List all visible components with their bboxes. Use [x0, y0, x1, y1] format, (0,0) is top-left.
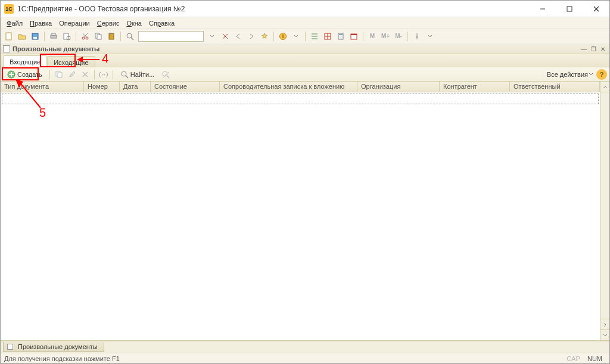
maximize-button[interactable] — [556, 1, 583, 17]
status-text: Для получения подсказки нажмите F1 — [4, 355, 563, 362]
search-input[interactable] — [138, 31, 204, 42]
menu-operations[interactable]: Операции — [55, 18, 93, 28]
copy-doc-icon[interactable] — [53, 69, 65, 80]
m-plus-icon[interactable]: М+ — [379, 30, 391, 42]
scroll-down-icon[interactable] — [600, 329, 609, 340]
svg-rect-6 — [33, 37, 37, 39]
window-title: 1С:Предприятие - ООО Тестовая организаци… — [17, 5, 529, 13]
tab-label: Входящие — [10, 58, 41, 66]
column-contractor[interactable]: Контрагент — [440, 82, 510, 92]
table-row-empty[interactable] — [2, 94, 599, 104]
separator — [44, 32, 45, 41]
grid-icon[interactable] — [322, 30, 334, 42]
preview-icon[interactable] — [61, 30, 73, 42]
column-org[interactable]: Организация — [357, 82, 440, 92]
close-button[interactable] — [583, 1, 609, 17]
m-icon[interactable]: М — [366, 30, 378, 42]
bottom-tab-bar: Произвольные документы — [1, 341, 609, 353]
help-button[interactable]: ? — [596, 69, 607, 80]
clear-icon[interactable] — [219, 30, 231, 42]
column-date[interactable]: Дата — [120, 82, 151, 92]
svg-rect-34 — [351, 34, 357, 35]
favorites-icon[interactable] — [259, 30, 270, 42]
svg-rect-8 — [52, 33, 55, 35]
menu-bar: Файл Правка Операции Сервис Окна Справка — [1, 17, 609, 29]
main-toolbar: i М М+ М- — [1, 29, 609, 43]
search-icon[interactable] — [124, 30, 136, 42]
calendar-icon[interactable] — [348, 30, 360, 42]
titlebar: 1C 1С:Предприятие - ООО Тестовая организ… — [1, 1, 609, 17]
table: Тип документа Номер Дата Состояние Сопро… — [1, 82, 609, 340]
column-state[interactable]: Состояние — [151, 82, 220, 92]
create-label: Создать — [17, 71, 42, 78]
open-icon[interactable] — [16, 30, 28, 42]
annotation-arrow-head-4 — [77, 57, 83, 63]
history-fwd-icon[interactable] — [245, 30, 257, 42]
column-responsible[interactable]: Ответственный — [510, 82, 600, 92]
delete-icon[interactable] — [79, 69, 91, 80]
calc-icon[interactable] — [335, 30, 347, 42]
all-actions-button[interactable]: Все действия — [547, 71, 594, 78]
pin-icon[interactable] — [411, 30, 423, 42]
tab-incoming[interactable]: Входящие — [3, 55, 47, 67]
print-icon[interactable] — [48, 30, 60, 42]
separator — [407, 32, 408, 41]
pin-dropdown-icon[interactable] — [424, 30, 436, 42]
clear-filter-icon[interactable] — [160, 69, 172, 80]
document-toolbar: Создать (↔) Найти... Все действия ? — [1, 67, 609, 82]
svg-point-19 — [127, 33, 132, 38]
save-icon[interactable] — [29, 30, 41, 42]
find-button[interactable]: Найти... — [116, 69, 159, 80]
menu-service[interactable]: Сервис — [94, 18, 123, 28]
separator — [94, 70, 95, 79]
info-icon[interactable]: i — [277, 30, 289, 42]
copy-icon[interactable] — [92, 30, 104, 42]
edit-icon[interactable] — [66, 69, 78, 80]
bottom-tab[interactable]: Произвольные документы — [3, 342, 104, 352]
new-icon[interactable] — [3, 30, 15, 42]
svg-rect-4 — [6, 33, 11, 40]
menu-windows[interactable]: Окна — [123, 18, 145, 28]
create-button[interactable]: Создать — [3, 69, 46, 80]
search-dropdown-icon[interactable] — [206, 30, 218, 42]
separator — [273, 32, 274, 41]
list-icon[interactable] — [309, 30, 320, 42]
svg-rect-17 — [109, 33, 114, 39]
vertical-scrollbar[interactable] — [600, 82, 609, 340]
menu-help[interactable]: Справка — [145, 18, 178, 28]
panel-minimize-button[interactable]: — — [580, 45, 588, 53]
svg-marker-48 — [15, 79, 23, 88]
svg-line-20 — [131, 38, 133, 40]
scroll-right-icon[interactable] — [600, 319, 609, 329]
cut-icon[interactable] — [79, 30, 91, 42]
column-note[interactable]: Сопроводительная записка к вложению — [220, 82, 357, 92]
svg-line-45 — [167, 76, 169, 78]
minimize-button[interactable] — [529, 1, 556, 17]
m-minus-icon[interactable]: М- — [393, 30, 404, 42]
scroll-track[interactable] — [600, 92, 609, 319]
svg-line-43 — [126, 76, 128, 78]
status-bar: Для получения подсказки нажмите F1 CAP N… — [1, 353, 609, 363]
paste-icon[interactable] — [105, 30, 117, 42]
history-back-icon[interactable] — [232, 30, 244, 42]
svg-text:i: i — [282, 33, 284, 39]
menu-file[interactable]: Файл — [3, 18, 26, 28]
svg-point-42 — [122, 71, 126, 76]
tab-outgoing[interactable]: Исходящие — [47, 56, 95, 67]
svg-rect-7 — [51, 35, 57, 38]
separator — [49, 70, 50, 79]
svg-rect-32 — [339, 34, 343, 35]
magnifier-icon — [120, 70, 129, 79]
refresh-icon[interactable]: (↔) — [98, 69, 110, 80]
scroll-up-icon[interactable] — [600, 82, 609, 92]
chevron-down-icon — [588, 71, 594, 77]
svg-rect-16 — [97, 35, 101, 39]
separator — [305, 32, 306, 41]
column-number[interactable]: Номер — [84, 82, 120, 92]
panel-close-button[interactable]: ✕ — [599, 45, 607, 53]
separator — [363, 32, 363, 41]
menu-edit[interactable]: Правка — [26, 18, 55, 28]
table-body[interactable] — [1, 92, 600, 340]
info-dropdown-icon[interactable] — [290, 30, 302, 42]
panel-maximize-button[interactable]: ❐ — [589, 45, 597, 53]
